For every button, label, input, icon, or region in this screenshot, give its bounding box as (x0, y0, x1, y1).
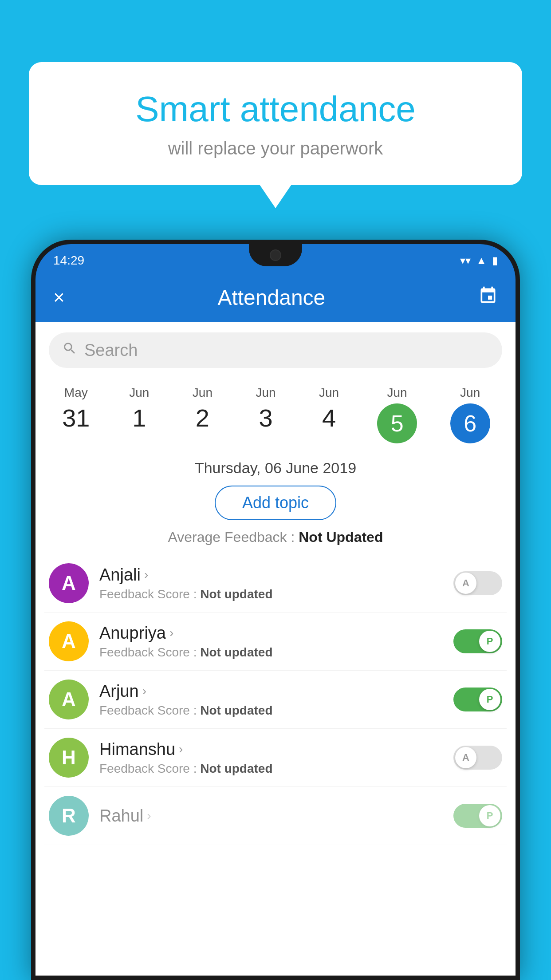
feedback-summary-value: Not Updated (299, 529, 383, 545)
date-item-jun3[interactable]: Jun 3 (244, 381, 288, 437)
signal-icon: ▲ (476, 254, 487, 267)
feedback-score-anjali: Feedback Score : Not updated (99, 587, 443, 601)
chevron-icon: › (179, 742, 183, 756)
avatar-arjun: A (49, 680, 89, 719)
phone-inner: 14:29 ▾▾ ▲ ▮ × Attendance (35, 244, 516, 976)
student-info-arjun: Arjun › Feedback Score : Not updated (99, 682, 443, 718)
student-info-anjali: Anjali › Feedback Score : Not updated (99, 565, 443, 601)
toggle-himanshu[interactable]: A (453, 746, 502, 770)
student-item-anupriya[interactable]: A Anupriya › Feedback Score : Not update… (44, 612, 507, 671)
feedback-score-anupriya: Feedback Score : Not updated (99, 645, 443, 660)
student-info-anupriya: Anupriya › Feedback Score : Not updated (99, 624, 443, 660)
bubble-subtitle: will replace your paperwork (64, 138, 487, 158)
speech-bubble-container: Smart attendance will replace your paper… (29, 62, 522, 185)
date-item-jun2[interactable]: Jun 2 (180, 381, 224, 437)
avatar-anjali: A (49, 563, 89, 603)
chevron-icon: › (147, 809, 151, 823)
student-item-himanshu[interactable]: H Himanshu › Feedback Score : Not update… (44, 729, 507, 787)
student-name-anjali: Anjali › (99, 565, 443, 585)
notch (249, 244, 302, 266)
feedback-summary-label: Average Feedback : (168, 529, 299, 545)
bubble-title: Smart attendance (64, 89, 487, 130)
status-icons: ▾▾ ▲ ▮ (460, 254, 498, 267)
avatar-himanshu: H (49, 738, 89, 778)
chevron-icon: › (169, 626, 173, 640)
student-item-rahul[interactable]: R Rahul › P (44, 787, 507, 845)
student-item-anjali[interactable]: A Anjali › Feedback Score : Not updated … (44, 554, 507, 612)
search-bar[interactable]: Search (49, 332, 502, 368)
app-bar: × Attendance (35, 273, 516, 322)
battery-icon: ▮ (492, 254, 498, 267)
student-info-rahul: Rahul › (99, 806, 443, 826)
student-info-himanshu: Himanshu › Feedback Score : Not updated (99, 740, 443, 776)
date-item-jun1[interactable]: Jun 1 (117, 381, 161, 437)
calendar-icon[interactable] (478, 286, 498, 309)
chevron-icon: › (144, 568, 148, 582)
feedback-score-arjun: Feedback Score : Not updated (99, 703, 443, 718)
feedback-summary: Average Feedback : Not Updated (35, 529, 516, 545)
date-item-jun6-selected[interactable]: Jun 6 (443, 381, 497, 448)
selected-date-heading: Thursday, 06 June 2019 (35, 459, 516, 477)
status-time: 14:29 (53, 253, 84, 268)
screen-content: Search May 31 Jun 1 Jun 2 Jun 3 (35, 322, 516, 976)
feedback-score-himanshu: Feedback Score : Not updated (99, 762, 443, 776)
date-item-jun5-today[interactable]: Jun 5 (370, 381, 424, 448)
student-name-himanshu: Himanshu › (99, 740, 443, 759)
search-placeholder: Search (84, 341, 138, 360)
toggle-anupriya[interactable]: P (453, 629, 502, 653)
student-list: A Anjali › Feedback Score : Not updated … (35, 554, 516, 845)
camera (270, 249, 281, 261)
toggle-arjun[interactable]: P (453, 688, 502, 711)
date-item-may31[interactable]: May 31 (54, 381, 98, 437)
toggle-rahul[interactable]: P (453, 804, 502, 828)
avatar-anupriya: A (49, 621, 89, 661)
add-topic-button[interactable]: Add topic (215, 486, 336, 520)
app-bar-title: Attendance (217, 285, 325, 310)
date-item-jun4[interactable]: Jun 4 (307, 381, 351, 437)
student-name-anupriya: Anupriya › (99, 624, 443, 643)
date-strip: May 31 Jun 1 Jun 2 Jun 3 Jun 4 (35, 377, 516, 452)
student-item-arjun[interactable]: A Arjun › Feedback Score : Not updated P (44, 671, 507, 729)
student-name-rahul: Rahul › (99, 806, 443, 826)
wifi-icon: ▾▾ (460, 254, 471, 267)
chevron-icon: › (142, 684, 146, 698)
close-button[interactable]: × (53, 286, 65, 308)
avatar-rahul: R (49, 796, 89, 836)
student-name-arjun: Arjun › (99, 682, 443, 701)
speech-bubble: Smart attendance will replace your paper… (29, 62, 522, 185)
toggle-anjali[interactable]: A (453, 571, 502, 595)
phone-frame: 14:29 ▾▾ ▲ ▮ × Attendance (31, 240, 520, 980)
search-icon (62, 341, 77, 360)
